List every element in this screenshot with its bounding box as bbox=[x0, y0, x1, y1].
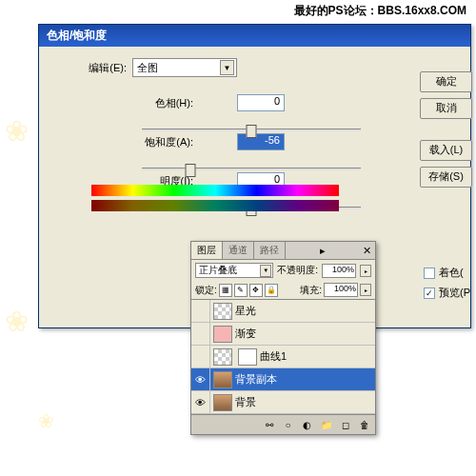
edit-select-value: 全图 bbox=[137, 61, 158, 75]
link-icon[interactable]: ⚯ bbox=[262, 418, 276, 431]
layer-item[interactable]: 渐变 bbox=[191, 323, 375, 346]
blend-mode-select[interactable]: 正片叠底 ▼ bbox=[195, 263, 273, 278]
hue-gradient-bottom bbox=[91, 200, 339, 211]
save-button[interactable]: 存储(S) bbox=[420, 167, 472, 188]
layer-item[interactable]: 星光 bbox=[191, 300, 375, 323]
fx-icon[interactable]: ○ bbox=[281, 418, 295, 431]
lock-label: 锁定: bbox=[195, 284, 217, 297]
close-icon[interactable]: ✕ bbox=[359, 242, 375, 259]
layer-name: 星光 bbox=[235, 304, 256, 318]
opacity-label: 不透明度: bbox=[277, 264, 318, 277]
preview-checkbox[interactable]: ✓ bbox=[424, 288, 435, 299]
adjustment-icon bbox=[238, 348, 257, 366]
layer-name: 曲线1 bbox=[260, 349, 287, 364]
cancel-button[interactable]: 取消 bbox=[420, 98, 472, 119]
hue-label: 色相(H): bbox=[47, 96, 199, 110]
tab-layers[interactable]: 图层 bbox=[191, 242, 223, 259]
preview-label: 预览(P bbox=[439, 286, 470, 300]
layer-thumbnail bbox=[213, 326, 232, 343]
layer-thumbnail bbox=[213, 371, 232, 388]
opacity-input[interactable]: 100% bbox=[322, 264, 356, 278]
blend-mode-value: 正片叠底 bbox=[199, 264, 237, 277]
tab-channels[interactable]: 通道 bbox=[223, 242, 254, 259]
lock-all-icon[interactable]: 🔒 bbox=[265, 284, 278, 297]
saturation-label: 饱和度(A): bbox=[47, 135, 199, 149]
hue-gradient-top bbox=[91, 185, 339, 196]
saturation-slider-thumb[interactable] bbox=[185, 164, 195, 177]
layer-item[interactable]: 曲线1 bbox=[191, 346, 375, 368]
hue-input[interactable]: 0 bbox=[237, 94, 285, 111]
visibility-toggle[interactable] bbox=[191, 323, 210, 346]
fill-label: 填充: bbox=[300, 284, 322, 297]
chevron-right-icon[interactable]: ▸ bbox=[360, 265, 371, 277]
trash-icon[interactable]: 🗑 bbox=[357, 418, 371, 431]
layer-name: 背景副本 bbox=[235, 372, 277, 387]
chevron-down-icon[interactable]: ▼ bbox=[220, 60, 234, 75]
visibility-toggle[interactable] bbox=[191, 346, 210, 368]
layer-name: 背景 bbox=[235, 395, 256, 409]
layer-item[interactable]: 👁 背景副本 bbox=[191, 368, 375, 391]
folder-icon[interactable]: 📁 bbox=[319, 418, 333, 431]
layers-panel: 图层 通道 路径 ▸ ✕ 正片叠底 ▼ 不透明度: 100% ▸ 锁定: ▦ ✎… bbox=[190, 241, 376, 435]
lock-paint-icon[interactable]: ✎ bbox=[234, 284, 248, 297]
hue-slider-thumb[interactable] bbox=[247, 125, 257, 138]
layer-name: 渐变 bbox=[235, 327, 256, 341]
edit-select[interactable]: 全图 ▼ bbox=[132, 58, 237, 77]
new-layer-icon[interactable]: ◻ bbox=[338, 418, 352, 431]
visibility-toggle[interactable]: 👁 bbox=[191, 368, 210, 391]
visibility-toggle[interactable]: 👁 bbox=[191, 391, 210, 414]
layer-thumbnail bbox=[213, 348, 232, 366]
load-button[interactable]: 载入(L) bbox=[420, 140, 472, 161]
fill-input[interactable]: 100% bbox=[324, 283, 358, 297]
lock-position-icon[interactable]: ✥ bbox=[249, 284, 263, 297]
chevron-right-icon[interactable]: ▸ bbox=[360, 284, 371, 296]
watermark-top: 最好的PS论坛：BBS.16xx8.COM bbox=[294, 3, 466, 19]
saturation-slider[interactable] bbox=[142, 168, 361, 170]
colorize-label: 着色( bbox=[439, 266, 464, 280]
tab-paths[interactable]: 路径 bbox=[254, 242, 286, 259]
layer-thumbnail bbox=[213, 394, 232, 411]
chevron-down-icon[interactable]: ▼ bbox=[260, 265, 271, 277]
layer-item[interactable]: 👁 背景 bbox=[191, 391, 375, 414]
edit-label: 编辑(E): bbox=[47, 61, 132, 75]
saturation-input[interactable]: -56 bbox=[237, 133, 285, 150]
hue-slider[interactable] bbox=[142, 129, 361, 131]
dialog-title: 色相/饱和度 bbox=[39, 25, 470, 47]
ok-button[interactable]: 确定 bbox=[420, 71, 472, 92]
panel-menu-icon[interactable]: ▸ bbox=[316, 242, 329, 259]
mask-icon[interactable]: ◐ bbox=[300, 418, 314, 431]
lock-transparency-icon[interactable]: ▦ bbox=[219, 284, 232, 297]
visibility-toggle[interactable] bbox=[191, 300, 210, 323]
layer-thumbnail bbox=[213, 303, 232, 320]
colorize-checkbox[interactable] bbox=[424, 268, 435, 279]
